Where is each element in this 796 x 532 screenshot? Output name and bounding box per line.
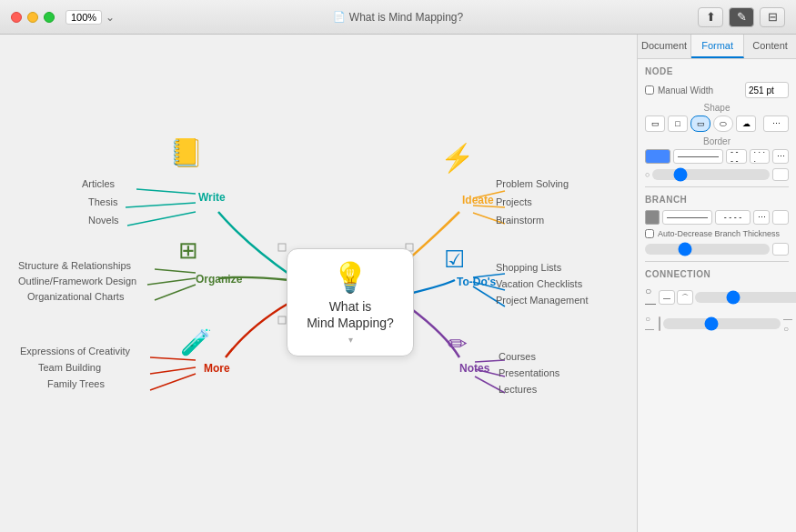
zoom-control[interactable]: 100% ⌄ (65, 10, 115, 25)
shape-cloud-btn[interactable]: ☁ (736, 115, 756, 132)
conn-slider2[interactable] (663, 318, 781, 329)
svg-line-13 (150, 367, 196, 374)
shape-label: Shape (645, 103, 789, 113)
shape-rect-btn[interactable]: ▭ (645, 115, 665, 132)
view-button[interactable]: ⊟ (760, 7, 785, 27)
conn-slider1[interactable] (695, 292, 796, 303)
share-button[interactable]: ⬆ (698, 7, 723, 27)
conn-color-swatch[interactable] (659, 316, 660, 331)
manual-width-checkbox[interactable] (645, 85, 654, 95)
divider-1 (645, 186, 789, 187)
tab-document[interactable]: Document (638, 35, 691, 58)
svg-line-1 (126, 203, 196, 207)
ideate-sub-brainstorm[interactable]: Brainstorm (496, 215, 544, 226)
branch-slider-end (772, 243, 789, 256)
svg-rect-20 (278, 316, 286, 324)
svg-line-0 (136, 189, 196, 194)
border-dotted-btn[interactable]: · · · · (750, 149, 771, 164)
svg-line-11 (155, 285, 196, 300)
more-sub-creativity[interactable]: Expressions of Creativity (20, 346, 130, 356)
document-icon: 📄 (333, 11, 346, 23)
border-thickness-slider[interactable] (652, 169, 770, 180)
manual-width-input[interactable] (745, 82, 789, 98)
notes-sub-presentations[interactable]: Presentations (499, 367, 559, 378)
shape-row: ▭ □ ▭ ⬭ ☁ ⋯ (645, 115, 789, 132)
border-label: Border (645, 136, 789, 146)
auto-decrease-label: Auto-Decrease Branch Thickness (658, 229, 780, 238)
todo-sub-project[interactable]: Project Management (496, 295, 589, 306)
organize-label[interactable]: Organize (196, 273, 242, 286)
zoom-input[interactable]: 100% (65, 10, 102, 25)
branch-section-title: BRANCH (645, 195, 789, 205)
notes-label[interactable]: Notes (459, 362, 489, 375)
shape-pill-btn[interactable]: ⬭ (713, 115, 733, 132)
ideate-icon: ⚡ (440, 142, 474, 174)
connection-row-1: ○— — ⌒ —○ (645, 285, 789, 310)
ideate-sub-projects[interactable]: Projects (496, 196, 532, 207)
branch-extra-btn[interactable] (772, 210, 789, 225)
close-button[interactable] (11, 12, 22, 23)
center-node-icon: 💡 (332, 260, 368, 295)
notes-sub-courses[interactable]: Courses (499, 351, 536, 362)
border-solid-btn[interactable]: ————— (673, 149, 723, 164)
branch-dashed-btn[interactable]: - - - - (715, 210, 751, 225)
branch-thickness-slider[interactable] (645, 244, 770, 255)
write-sub-thesis[interactable]: Thesis (88, 196, 117, 207)
border-slider-min: ○ (645, 170, 650, 179)
todo-label[interactable]: To-Do's (457, 276, 496, 288)
border-color-swatch[interactable] (645, 149, 670, 164)
shape-rect2-btn[interactable]: □ (668, 115, 688, 132)
organize-sub-structure[interactable]: Structure & Relationships (18, 260, 131, 271)
shape-rounded-btn[interactable]: ▭ (690, 115, 710, 132)
edit-button[interactable]: ✎ (729, 7, 754, 27)
shape-more-btn[interactable]: ⋯ (763, 115, 789, 132)
canvas[interactable]: 💡 What isMind Mapping? ▾ 📒 Write Article… (0, 35, 637, 532)
svg-line-10 (147, 278, 196, 285)
tab-format[interactable]: Format (691, 35, 744, 58)
more-sub-team[interactable]: Team Building (38, 362, 101, 373)
notes-sub-lectures[interactable]: Lectures (499, 384, 537, 395)
zoom-stepper[interactable]: ⌄ (106, 11, 115, 24)
minimize-button[interactable] (27, 12, 38, 23)
center-node-expand[interactable]: ▾ (348, 335, 353, 345)
todo-sub-shopping[interactable]: Shopping Lists (496, 262, 561, 273)
branch-weight-btn[interactable]: ⋯ (753, 210, 770, 225)
center-node-text: What isMind Mapping? (307, 298, 394, 331)
organize-sub-org[interactable]: Organizational Charts (27, 291, 124, 302)
border-dashed-btn[interactable]: - - - - (726, 149, 747, 164)
more-icon: 🧪 (180, 327, 212, 357)
organize-sub-outline[interactable]: Outline/Framework Design (18, 276, 136, 286)
border-slider-end (772, 168, 789, 181)
ideate-label[interactable]: Ideate (462, 194, 494, 206)
todo-sub-vacation[interactable]: Vacation Checklists (496, 278, 582, 289)
more-label[interactable]: More (204, 362, 230, 375)
panel-tabs: Document Format Content (638, 35, 796, 59)
maximize-button[interactable] (44, 12, 55, 23)
panel-content: NODE Manual Width Shape ▭ □ ▭ ⬭ ☁ ⋯ Bord… (638, 59, 796, 532)
conn-start-symbol: ○— (645, 285, 656, 310)
organize-icon: ⊞ (178, 236, 198, 265)
svg-line-2 (127, 212, 196, 226)
auto-decrease-checkbox[interactable] (645, 229, 654, 238)
connection-color-row: ○— —○ (645, 314, 789, 334)
branch-color-row: ————— - - - - ⋯ (645, 210, 789, 225)
traffic-lights (0, 12, 55, 23)
ideate-sub-problem[interactable]: Problem Solving (496, 178, 569, 189)
write-label[interactable]: Write (198, 191, 226, 204)
toolbar-right: ⬆ ✎ ⊟ (698, 7, 785, 27)
conn-style-btn1[interactable]: — (659, 290, 675, 305)
border-slider-row: ○ (645, 168, 789, 181)
main-area: 💡 What isMind Mapping? ▾ 📒 Write Article… (0, 35, 796, 532)
tab-content[interactable]: Content (744, 35, 796, 58)
write-sub-articles[interactable]: Articles (82, 178, 115, 189)
branch-solid-btn[interactable]: ————— (662, 210, 712, 225)
write-sub-novels[interactable]: Novels (88, 215, 119, 226)
notes-icon: ✏ (448, 330, 468, 358)
center-node[interactable]: 💡 What isMind Mapping? ▾ (287, 248, 414, 356)
svg-line-9 (155, 269, 196, 273)
border-weight-btn[interactable]: ⋯ (772, 149, 789, 164)
conn-style-btn2[interactable]: ⌒ (677, 290, 693, 305)
more-sub-family[interactable]: Family Trees (47, 378, 105, 389)
manual-width-row: Manual Width (645, 82, 789, 98)
branch-color-swatch[interactable] (645, 210, 660, 225)
